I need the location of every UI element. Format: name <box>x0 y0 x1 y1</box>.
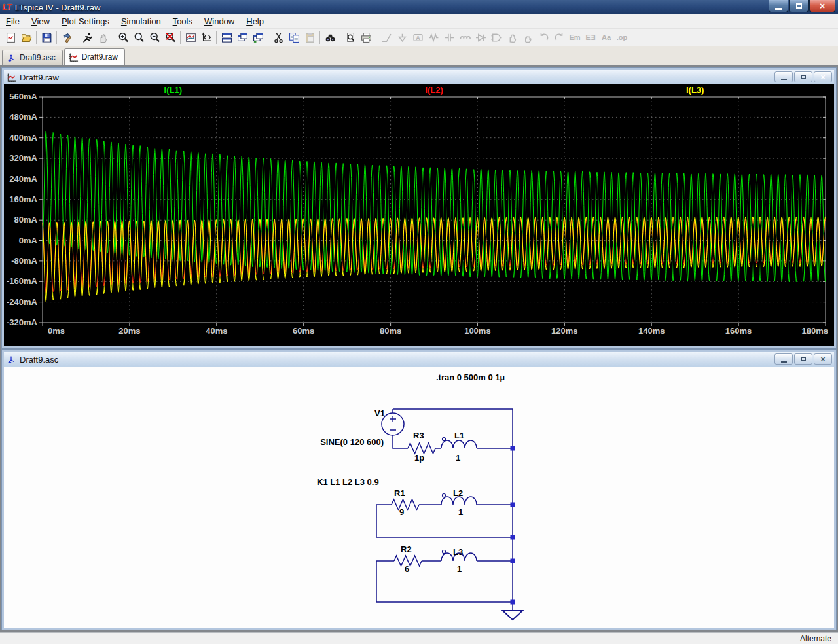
l2-label[interactable]: L2 <box>453 488 463 498</box>
drag-icon <box>522 32 534 43</box>
schematic-restore-button[interactable] <box>794 353 812 365</box>
cascade-windows-button[interactable] <box>234 29 250 45</box>
menu-plot-settings[interactable]: Plot Settings <box>56 15 115 27</box>
run-simulation-button[interactable] <box>79 29 95 45</box>
waveform-minimize-button[interactable] <box>774 71 793 82</box>
legend-I(L3)[interactable]: I(L3) <box>686 85 704 95</box>
menu-simulation[interactable]: Simulation <box>115 15 167 27</box>
undo-button[interactable] <box>536 29 551 45</box>
text-tool-button[interactable]: Aa <box>598 29 614 45</box>
y-tick-label: -80mA <box>11 256 37 266</box>
restore-button[interactable] <box>789 0 809 12</box>
coupling-directive[interactable]: K1 L1 L2 L3 0.9 <box>317 477 379 487</box>
zoom-out-button[interactable] <box>147 29 162 45</box>
schematic-close-button[interactable]: × <box>814 353 832 365</box>
r1-label[interactable]: R1 <box>394 488 405 498</box>
mirror-button[interactable]: Em <box>567 29 583 45</box>
r1-value[interactable]: 9 <box>399 507 404 517</box>
l1-value[interactable]: 1 <box>456 453 460 463</box>
capacitor-button[interactable] <box>441 29 457 45</box>
label-net-button[interactable]: A <box>410 29 426 45</box>
plot-settings-button[interactable] <box>183 29 198 45</box>
tab-draft9.raw[interactable]: Draft9.raw <box>64 48 125 65</box>
ground-button[interactable] <box>394 29 410 45</box>
resistor-button[interactable] <box>426 29 441 45</box>
move-button[interactable] <box>504 29 520 45</box>
spice-directive-icon: .op <box>617 33 628 41</box>
schematic-icon <box>7 355 16 365</box>
component-button[interactable] <box>488 29 504 45</box>
open-file-button[interactable] <box>18 29 34 45</box>
save-button[interactable] <box>39 29 54 45</box>
schematic-wires[interactable] <box>376 409 513 611</box>
control-panel-button[interactable] <box>59 29 75 45</box>
new-schematic-button[interactable] <box>3 29 18 45</box>
v1-label[interactable]: V1 <box>374 408 385 418</box>
print-preview-button[interactable] <box>342 29 358 45</box>
close-icon: × <box>820 1 825 10</box>
l1-label[interactable]: L1 <box>454 431 464 440</box>
cut-button[interactable] <box>270 29 286 45</box>
copy-button[interactable] <box>286 29 302 45</box>
r2-label[interactable]: R2 <box>401 545 412 554</box>
schematic-canvas[interactable]: .tran 0 500m 0 1µ K1 L1 L2 L3 0.9 V1 SIN… <box>4 367 834 628</box>
tile-windows-button[interactable] <box>219 29 234 45</box>
text-tool-icon: Aa <box>602 33 611 41</box>
print-button[interactable] <box>358 29 374 45</box>
menu-help[interactable]: Help <box>240 15 270 27</box>
legend-I(L1)[interactable]: I(L1) <box>164 85 182 95</box>
drag-button[interactable] <box>520 29 536 45</box>
minimize-button[interactable] <box>769 0 788 12</box>
autorange-y-axis-button[interactable] <box>198 29 214 45</box>
resistor-r1[interactable] <box>392 499 419 510</box>
find-button[interactable] <box>322 29 338 45</box>
r2-value[interactable]: 6 <box>405 564 409 574</box>
waveform-icon <box>7 73 16 82</box>
menu-file[interactable]: File <box>0 15 26 27</box>
halt-simulation-button[interactable] <box>95 29 111 45</box>
y-tick-label: -240mA <box>7 297 38 307</box>
l3-label[interactable]: L3 <box>453 547 463 557</box>
l2-value[interactable]: 1 <box>458 507 463 517</box>
waveform-restore-button[interactable] <box>794 71 812 82</box>
open-file-icon <box>21 32 32 43</box>
v1-value[interactable]: SINE(0 120 600) <box>320 437 384 447</box>
menu-window[interactable]: Window <box>198 15 240 27</box>
plot-settings-icon <box>185 32 196 43</box>
close-button[interactable]: × <box>809 0 835 12</box>
axis-ticks <box>39 97 826 326</box>
spice-directive-button[interactable]: .op <box>614 29 630 45</box>
waveform-close-button[interactable]: × <box>814 71 832 82</box>
paste-button[interactable] <box>302 29 318 45</box>
r3-value[interactable]: 1p <box>414 453 424 463</box>
undo-zoom-button[interactable] <box>162 29 178 45</box>
zoom-full-extents-icon <box>134 32 145 43</box>
zoom-in-button[interactable] <box>115 29 131 45</box>
schematic-window-titlebar[interactable]: Draft9.asc × <box>4 352 834 367</box>
arrange-windows-button[interactable] <box>250 29 266 45</box>
waveform-plot-area[interactable]: 560mA480mA400mA320mA240mA160mA80mA0mA-80… <box>4 84 834 346</box>
r3-label[interactable]: R3 <box>413 431 424 440</box>
redo-button[interactable] <box>551 29 567 45</box>
tran-directive[interactable]: .tran 0 500m 0 1µ <box>436 372 505 382</box>
label-net-icon: A <box>412 32 424 43</box>
menu-view[interactable]: View <box>26 15 56 27</box>
menu-tools[interactable]: Tools <box>167 15 198 27</box>
resistor-r3[interactable] <box>408 443 435 454</box>
waveform-window-titlebar[interactable]: Draft9.raw × <box>4 70 834 84</box>
tab-draft9.asc[interactable]: Draft9.asc <box>2 50 63 65</box>
capacitor-icon <box>444 32 455 43</box>
l3-value[interactable]: 1 <box>457 564 462 574</box>
schematic-minimize-button[interactable] <box>774 353 793 365</box>
diode-button[interactable] <box>473 29 488 45</box>
inductor-button[interactable] <box>457 29 473 45</box>
control-panel-icon <box>62 32 73 43</box>
rotate-button[interactable]: E∃ <box>583 29 598 45</box>
autorange-y-axis-icon <box>201 32 212 43</box>
inductor-l1[interactable] <box>441 440 477 448</box>
zoom-full-extents-button[interactable] <box>131 29 147 45</box>
v1-polarity-marks <box>390 416 396 430</box>
legend-I(L2)[interactable]: I(L2) <box>425 85 443 95</box>
ground-symbol[interactable] <box>503 611 522 620</box>
draw-wire-button[interactable] <box>378 29 394 45</box>
